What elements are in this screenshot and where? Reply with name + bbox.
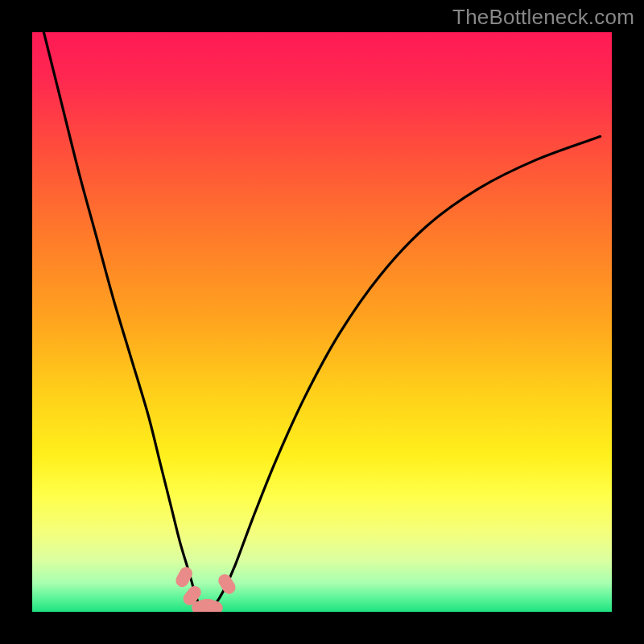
chart-frame: TheBottleneck.com [0,0,644,644]
plot-area [32,32,612,612]
watermark-text: TheBottleneck.com [452,5,634,30]
curve-marker [216,572,237,597]
bottleneck-curve [32,32,612,612]
